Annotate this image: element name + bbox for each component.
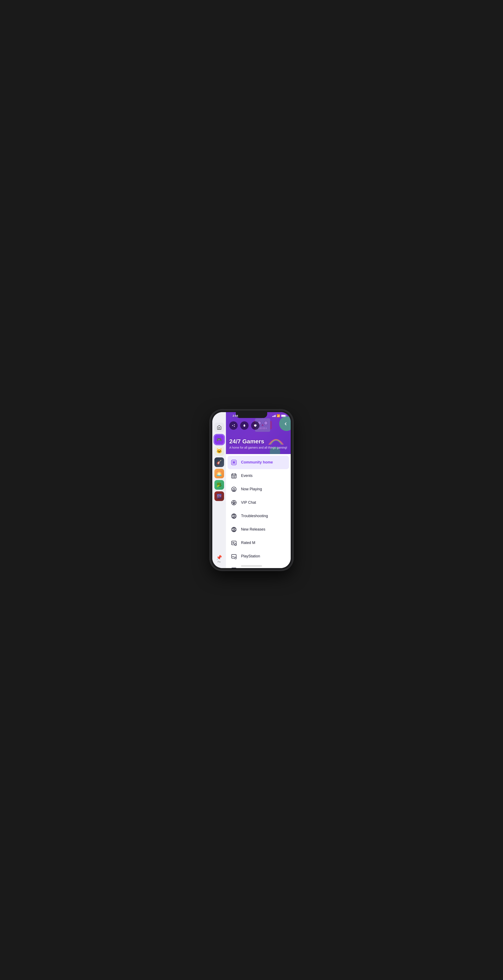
svg-point-5	[234, 461, 234, 462]
main-content[interactable]: 🤖	[226, 412, 291, 568]
svg-rect-12	[234, 476, 235, 477]
channel-name-community-home: Community home	[241, 460, 273, 465]
events-icon	[230, 472, 238, 480]
home-indicator	[241, 566, 262, 566]
pin-label: Pin	[218, 561, 220, 563]
hero-text: 24/7 Gamers A home for all gamers and al…	[229, 438, 287, 450]
pin-button[interactable]: 📌 Pin	[216, 555, 222, 563]
sidebar: 🎮 🐱 🎸 🌅 🥦	[212, 412, 226, 568]
channel-name-new-releases: New Releases	[241, 527, 265, 531]
channel-name-troubleshooting: Troubleshooting	[241, 514, 268, 518]
svg-rect-22	[233, 504, 235, 504]
channel-item-playstation[interactable]: PS PlayStation	[226, 550, 291, 563]
channel-name-rated-m: Rated M	[241, 541, 255, 545]
svg-rect-16	[233, 490, 234, 491]
status-icons: 📶	[272, 414, 286, 417]
svg-rect-11	[232, 476, 234, 477]
screen: 2:04 📶	[212, 412, 291, 568]
vip-chat-icon	[230, 499, 238, 506]
svg-text:M: M	[232, 542, 234, 544]
hero-action-buttons	[229, 422, 259, 430]
channel-item-vip-chat[interactable]: VIP Chat	[226, 496, 291, 509]
rated-m-icon: M	[230, 539, 238, 547]
xbox-icon: XB	[230, 566, 238, 568]
share-button[interactable]	[229, 422, 238, 430]
now-playing-icon	[230, 485, 238, 493]
svg-point-26	[234, 516, 236, 518]
pin-icon: 📌	[216, 555, 222, 560]
channel-item-troubleshooting[interactable]: Troubleshooting	[226, 509, 291, 523]
svg-point-15	[232, 487, 236, 492]
shield-button[interactable]	[251, 422, 259, 430]
svg-rect-7	[232, 474, 236, 478]
status-time: 2:04	[232, 414, 238, 417]
phone-frame: 2:04 📶	[211, 410, 292, 570]
sidebar-avatar-5[interactable]: 🥦	[215, 480, 224, 490]
sidebar-avatar-4[interactable]: 🌅	[215, 469, 224, 478]
svg-rect-14	[234, 477, 235, 478]
battery-icon	[281, 415, 286, 417]
sidebar-avatar-2[interactable]: 🐱	[215, 446, 224, 456]
channel-name-xbox: Xbox	[241, 568, 250, 568]
channel-item-community-home[interactable]: Community home	[228, 456, 289, 469]
signal-icon	[272, 414, 276, 417]
channel-item-now-playing[interactable]: Now Playing	[226, 482, 291, 496]
channel-name-playstation: PlayStation	[241, 554, 260, 558]
new-releases-icon	[230, 526, 238, 533]
svg-rect-13	[232, 477, 234, 478]
wifi-icon: 📶	[277, 414, 280, 417]
channel-name-vip-chat: VIP Chat	[241, 500, 256, 505]
channel-list: Community home	[226, 454, 291, 568]
sidebar-avatar-1[interactable]: 🎮	[215, 435, 224, 444]
status-bar: 2:04 📶	[228, 412, 291, 422]
channel-item-new-releases[interactable]: New Releases	[226, 523, 291, 536]
hero-title: 24/7 Gamers	[229, 438, 287, 445]
sidebar-avatar-6[interactable]: 🌆	[215, 492, 224, 501]
notification-button[interactable]	[240, 422, 248, 430]
channel-item-rated-m[interactable]: M Rated M	[226, 536, 291, 550]
sidebar-home-button[interactable]	[215, 423, 224, 432]
playstation-icon: PS	[230, 552, 238, 560]
svg-text:PS: PS	[232, 556, 234, 558]
back-button[interactable]	[283, 422, 288, 427]
sidebar-avatar-3[interactable]: 🎸	[215, 457, 224, 467]
channel-name-events: Events	[241, 474, 253, 478]
community-home-icon	[230, 459, 238, 466]
svg-rect-17	[234, 490, 235, 491]
channel-name-now-playing: Now Playing	[241, 487, 262, 492]
hero-subtitle: A home for all gamers and all things gam…	[229, 445, 287, 450]
channel-item-events[interactable]: Events	[226, 469, 291, 482]
svg-point-37	[234, 557, 237, 559]
troubleshooting-icon	[230, 512, 238, 520]
